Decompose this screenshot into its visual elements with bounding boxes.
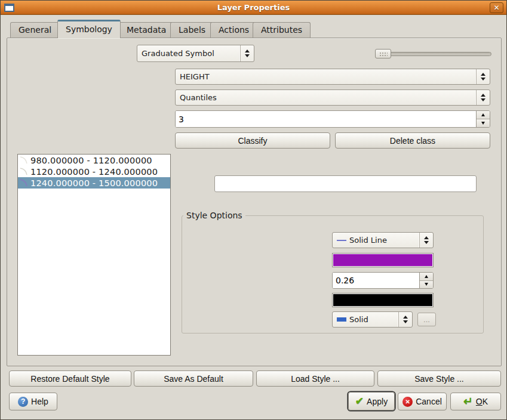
chevron-updown-icon bbox=[476, 90, 490, 105]
titlebar[interactable]: Layer Properties ✕ bbox=[1, 1, 506, 15]
spin-down-icon[interactable] bbox=[477, 119, 490, 127]
outline-color-swatch[interactable] bbox=[332, 253, 434, 267]
outline-style-value: Solid Line bbox=[349, 236, 387, 245]
style-options-title: Style Options bbox=[183, 211, 245, 220]
tab-attributes[interactable]: Attributes bbox=[253, 22, 311, 38]
apply-check-icon: ✔ bbox=[355, 395, 364, 407]
chevron-updown-icon bbox=[476, 69, 490, 84]
fill-style-value: Solid bbox=[349, 315, 368, 324]
number-of-classes-stepper[interactable] bbox=[175, 110, 490, 128]
line-symbol-icon bbox=[18, 178, 30, 188]
close-icon[interactable]: ✕ bbox=[490, 2, 503, 13]
delete-class-button[interactable]: Delete class bbox=[335, 132, 490, 149]
chevron-updown-icon bbox=[398, 312, 412, 327]
classify-button[interactable]: Classify bbox=[175, 132, 330, 149]
apply-button[interactable]: ✔ Apply bbox=[348, 392, 395, 410]
legend-type-combo[interactable]: Graduated Symbol bbox=[137, 45, 254, 62]
tab-actions[interactable]: Actions bbox=[210, 22, 257, 38]
layer-properties-dialog: Layer Properties ✕ General Symbology Met… bbox=[0, 0, 507, 420]
window-title: Layer Properties bbox=[1, 3, 506, 12]
slider-handle[interactable] bbox=[375, 49, 391, 58]
outline-style-combo[interactable]: Solid Line bbox=[332, 232, 434, 248]
ok-label: OK bbox=[476, 397, 488, 406]
legend-type-value: Graduated Symbol bbox=[142, 49, 214, 58]
tab-symbology[interactable]: Symbology bbox=[57, 20, 121, 38]
list-item-selected[interactable]: 1240.000000 - 1500.000000 bbox=[18, 177, 170, 189]
fill-style-more-button[interactable]: ... bbox=[417, 313, 436, 326]
solid-fill-icon bbox=[337, 317, 346, 322]
load-style-button[interactable]: Load Style ... bbox=[256, 370, 374, 387]
list-item[interactable]: 980.000000 - 1120.000000 bbox=[18, 155, 170, 166]
chevron-updown-icon bbox=[419, 233, 433, 248]
cancel-label: Cancel bbox=[416, 397, 442, 406]
tab-metadata[interactable]: Metadata bbox=[118, 22, 174, 38]
help-button[interactable]: ? Help bbox=[9, 393, 57, 410]
tab-general[interactable]: General bbox=[10, 22, 60, 38]
spin-up-icon[interactable] bbox=[420, 273, 433, 280]
save-style-button[interactable]: Save Style ... bbox=[377, 370, 501, 387]
label-input[interactable] bbox=[214, 175, 477, 192]
transparency-slider[interactable] bbox=[375, 49, 491, 58]
outline-width-input[interactable] bbox=[333, 273, 419, 288]
classification-field-combo[interactable]: HEIGHT bbox=[175, 69, 490, 85]
cancel-button[interactable]: ✕ Cancel bbox=[398, 393, 447, 410]
line-symbol-icon bbox=[18, 166, 30, 177]
fill-color-swatch[interactable] bbox=[332, 293, 434, 307]
classification-field-value: HEIGHT bbox=[180, 72, 210, 81]
cancel-x-icon: ✕ bbox=[402, 397, 413, 407]
help-icon: ? bbox=[18, 397, 28, 407]
restore-default-style-button[interactable]: Restore Default Style bbox=[9, 370, 131, 387]
number-of-classes-input[interactable] bbox=[176, 111, 476, 127]
solid-line-icon bbox=[337, 240, 346, 241]
ok-button[interactable]: ↵ OK bbox=[450, 393, 501, 410]
fill-style-combo[interactable]: Solid bbox=[332, 311, 413, 328]
spin-up-icon[interactable] bbox=[477, 111, 490, 119]
class-range-text: 1240.000000 - 1500.000000 bbox=[30, 178, 158, 188]
tab-labels[interactable]: Labels bbox=[170, 22, 214, 38]
apply-label: Apply bbox=[367, 397, 388, 406]
list-item[interactable]: 1120.000000 - 1240.000000 bbox=[18, 166, 170, 177]
outline-width-stepper[interactable] bbox=[332, 272, 434, 289]
class-range-text: 1120.000000 - 1240.000000 bbox=[30, 167, 158, 177]
slider-groove[interactable] bbox=[375, 52, 491, 56]
class-range-list[interactable]: 980.000000 - 1120.000000 1120.000000 - 1… bbox=[17, 154, 171, 356]
mode-combo[interactable]: Quantiles bbox=[175, 89, 490, 106]
class-range-text: 980.000000 - 1120.000000 bbox=[30, 156, 152, 165]
line-symbol-icon bbox=[18, 155, 30, 165]
chevron-updown-icon bbox=[240, 45, 254, 61]
spin-down-icon[interactable] bbox=[420, 280, 433, 289]
mode-value: Quantiles bbox=[180, 93, 217, 102]
help-label: Help bbox=[31, 397, 48, 406]
save-as-default-button[interactable]: Save As Default bbox=[134, 370, 253, 387]
ok-return-icon: ↵ bbox=[463, 397, 473, 406]
